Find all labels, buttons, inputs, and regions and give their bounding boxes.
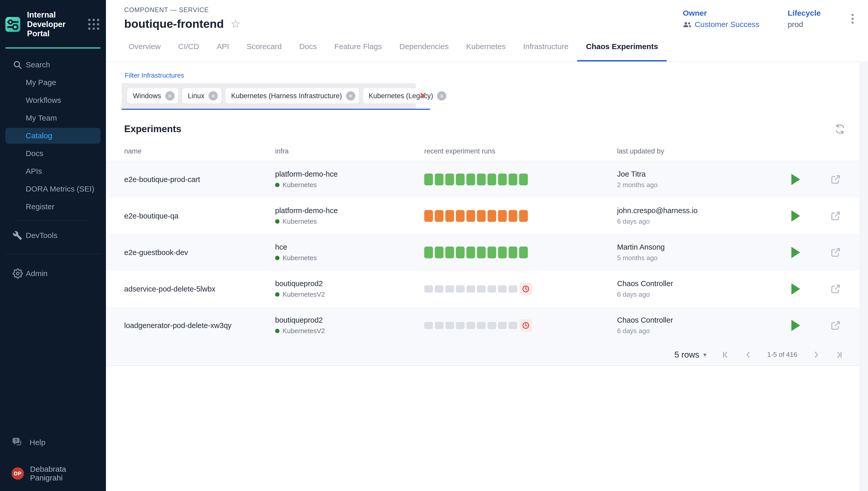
next-page-icon[interactable] xyxy=(812,350,820,359)
more-options-icon[interactable] xyxy=(849,10,856,27)
sidebar-item-register[interactable]: Register xyxy=(5,199,100,215)
infra-cell: boutiqueprod2 KubernetesV2 xyxy=(275,280,424,298)
sidebar-item-search[interactable]: Search xyxy=(5,57,100,73)
filter-chip-kubernetes-legacy[interactable]: Kubernetes (Legacy)× xyxy=(363,88,450,104)
updated-time: 5 months ago xyxy=(617,254,784,262)
first-page-icon[interactable] xyxy=(721,350,730,359)
infra-name: platform-demo-hce xyxy=(275,170,424,178)
sidebar-item-admin[interactable]: Admin xyxy=(5,265,100,282)
table-header: name infra recent experiment runs last u… xyxy=(106,142,868,161)
owner-link[interactable]: Customer Success xyxy=(683,20,759,29)
sidebar-item-label: Catalog xyxy=(26,132,52,140)
run-status-square-empty xyxy=(424,322,433,329)
run-status-square-success xyxy=(435,247,443,258)
open-in-new-icon[interactable] xyxy=(830,320,841,331)
experiments-table-body: e2e-boutique-prod-cart platform-demo-hce… xyxy=(106,161,868,344)
run-status-square-failed xyxy=(519,210,528,222)
row-actions xyxy=(784,210,849,222)
infra-cell: hce Kubernetes xyxy=(275,243,424,262)
run-status-square-empty xyxy=(477,285,486,293)
sidebar-item-docs[interactable]: Docs xyxy=(5,145,100,162)
sidebar-item-label: DORA Metrics (SEI) xyxy=(26,184,94,193)
open-in-new-icon[interactable] xyxy=(830,210,841,222)
chip-remove-icon[interactable]: × xyxy=(437,91,446,100)
updated-cell: Chaos Controller 6 days ago xyxy=(617,316,784,335)
sidebar-item-apis[interactable]: APIs xyxy=(5,163,100,179)
filter-chip-linux[interactable]: Linux× xyxy=(182,88,222,104)
lifecycle-value: prod xyxy=(788,20,821,29)
tab-kubernetes[interactable]: Kubernetes xyxy=(457,33,514,61)
row-actions xyxy=(784,320,849,331)
apps-grid-icon[interactable] xyxy=(88,19,99,30)
sidebar-item-label: Docs xyxy=(26,149,43,158)
experiments-card: Experiments name infra recent experiment… xyxy=(106,110,868,366)
help-button[interactable]: ? Help xyxy=(5,434,100,451)
run-status-square-empty xyxy=(445,285,454,293)
sidebar-item-workflows[interactable]: Workflows xyxy=(5,92,100,108)
clear-filters-icon[interactable]: × xyxy=(416,83,430,109)
rows-per-page-value: 5 rows xyxy=(674,350,699,359)
run-status-square-success xyxy=(519,174,528,185)
main-area: COMPONENT — SERVICE boutique-frontend ☆ … xyxy=(106,0,868,491)
filter-input[interactable]: Windows×Linux×Kubernetes (Harness Infras… xyxy=(122,83,430,110)
table-row: e2e-boutique-qa platform-demo-hce Kubern… xyxy=(106,198,868,234)
updated-time: 2 months ago xyxy=(617,181,784,189)
tab-infrastructure[interactable]: Infrastructure xyxy=(515,33,577,61)
experiment-name: e2e-boutique-prod-cart xyxy=(124,175,275,184)
run-status-square-empty xyxy=(498,322,507,329)
favorite-star-icon[interactable]: ☆ xyxy=(230,18,240,30)
run-status-square-empty xyxy=(477,322,486,329)
sidebar-item-label: Search xyxy=(26,60,50,69)
run-status-square-failed xyxy=(477,210,486,222)
sidebar-item-dora-metrics-sei[interactable]: DORA Metrics (SEI) xyxy=(5,181,100,197)
prev-page-icon[interactable] xyxy=(744,350,753,359)
chip-label: Kubernetes (Harness Infrastructure) xyxy=(231,92,342,100)
run-experiment-button[interactable] xyxy=(791,283,800,295)
tab-dependencies[interactable]: Dependencies xyxy=(390,33,457,61)
sidebar-item-my-page[interactable]: My Page xyxy=(5,75,100,90)
run-status-square-empty xyxy=(466,285,475,293)
tab-ci-cd[interactable]: CI/CD xyxy=(169,33,208,61)
run-experiment-button[interactable] xyxy=(791,210,800,222)
tab-api[interactable]: API xyxy=(208,33,238,61)
updated-cell: Chaos Controller 6 days ago xyxy=(617,280,784,298)
sidebar-item-catalog[interactable]: Catalog xyxy=(5,128,100,144)
table-row: adservice-pod-delete-5lwbx boutiqueprod2… xyxy=(106,271,868,307)
rows-per-page-select[interactable]: 5 rows ▾ xyxy=(674,350,706,359)
recent-runs-cell xyxy=(424,247,617,258)
open-in-new-icon[interactable] xyxy=(830,174,841,185)
pagination-range: 1-5 of 416 xyxy=(767,351,797,358)
open-in-new-icon[interactable] xyxy=(830,247,841,258)
refresh-icon[interactable] xyxy=(834,123,846,135)
updated-cell: john.crespo@harness.io 6 days ago xyxy=(617,206,784,226)
run-status-square-success xyxy=(466,247,475,258)
user-menu[interactable]: DP Debabrata Panigrahi xyxy=(5,465,100,482)
sidebar-item-my-team[interactable]: My Team xyxy=(5,110,100,126)
chip-remove-icon[interactable]: × xyxy=(165,91,175,100)
chip-remove-icon[interactable]: × xyxy=(208,91,218,100)
run-status-square-empty xyxy=(509,285,517,293)
chip-remove-icon[interactable]: × xyxy=(346,91,355,100)
infra-status-dot xyxy=(275,292,280,297)
run-experiment-button[interactable] xyxy=(791,247,800,258)
infra-name: boutiqueprod2 xyxy=(275,316,424,324)
tab-feature-flags[interactable]: Feature Flags xyxy=(325,33,390,61)
tab-chaos-experiments[interactable]: Chaos Experiments xyxy=(577,33,667,61)
filter-chip-kubernetes-harness-infrastructure[interactable]: Kubernetes (Harness Infrastructure)× xyxy=(226,88,359,104)
run-experiment-button[interactable] xyxy=(791,320,800,331)
tab-docs[interactable]: Docs xyxy=(291,33,325,61)
sidebar-item-devtools[interactable]: DevTools xyxy=(5,228,100,243)
table-row: loadgenerator-pod-delete-xw3qy boutiquep… xyxy=(106,307,868,344)
filter-chip-windows[interactable]: Windows× xyxy=(127,88,178,104)
open-in-new-icon[interactable] xyxy=(830,283,841,295)
brand: Internal Developer Portal xyxy=(0,0,106,47)
run-status-square-failed xyxy=(509,210,517,222)
last-page-icon[interactable] xyxy=(835,350,844,359)
tab-scorecard[interactable]: Scorecard xyxy=(238,33,291,61)
run-status-square-success xyxy=(424,247,433,258)
infra-status-dot xyxy=(275,329,280,333)
infra-cell: platform-demo-hce Kubernetes xyxy=(275,206,424,226)
run-status-square-empty xyxy=(509,322,517,329)
tab-overview[interactable]: Overview xyxy=(120,33,169,61)
run-experiment-button[interactable] xyxy=(791,174,800,185)
